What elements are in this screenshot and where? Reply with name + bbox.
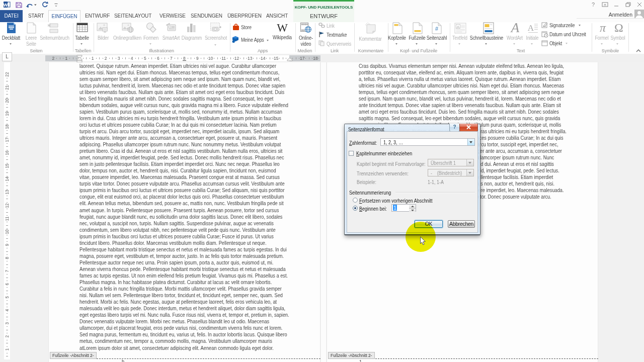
svg-text:#: # — [435, 26, 439, 32]
svg-text:?: ? — [592, 2, 595, 8]
svg-text:A: A — [528, 23, 534, 33]
svg-text:W: W — [4, 3, 8, 8]
svg-text:A: A — [457, 25, 460, 29]
